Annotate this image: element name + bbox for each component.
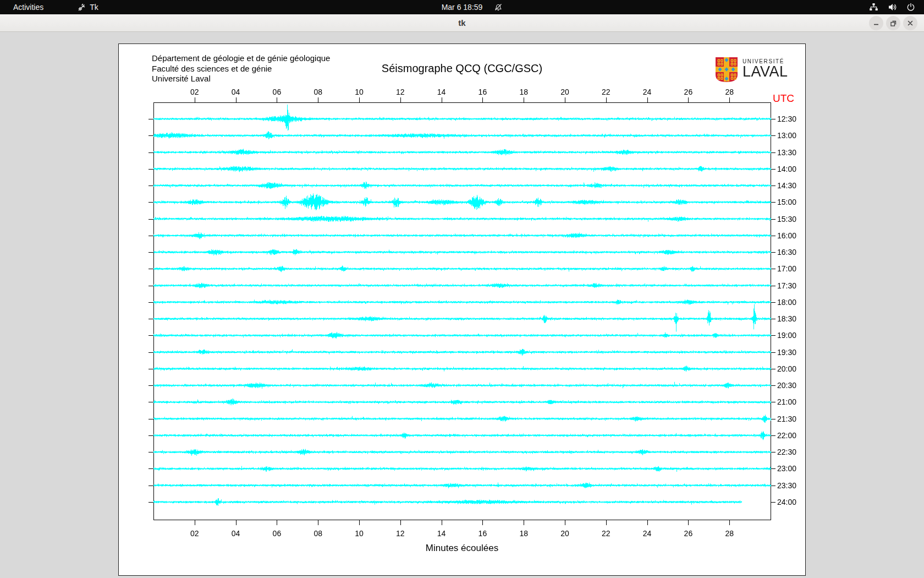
- bell-crossed-icon: [494, 3, 503, 12]
- logo-laval: LAVAL: [743, 64, 788, 79]
- x-tick-label: 22: [602, 88, 610, 96]
- utc-row-label: 13:00: [777, 131, 796, 140]
- utc-row-label: 20:00: [777, 364, 796, 373]
- utc-row-label: 14:30: [777, 181, 796, 190]
- close-button[interactable]: [903, 16, 917, 30]
- app-indicator-tk[interactable]: Tk: [78, 3, 98, 12]
- x-tick-label: 20: [560, 88, 569, 96]
- x-tick-label: 26: [684, 88, 693, 96]
- utc-row-label: 24:00: [777, 498, 796, 506]
- maximize-icon: [890, 20, 897, 27]
- x-axis-label: Minutes écoulées: [426, 543, 498, 554]
- x-tick-label: 24: [643, 529, 652, 538]
- x-tick-label: 04: [232, 529, 240, 538]
- wired-network-icon: [869, 3, 878, 12]
- x-tick-label: 16: [479, 88, 487, 96]
- x-tick-label: 18: [519, 529, 528, 538]
- tk-window-content: Département de géologie et de génie géol…: [0, 32, 924, 578]
- x-tick-label: 04: [232, 88, 240, 96]
- window-titlebar[interactable]: tk: [0, 14, 924, 32]
- utc-row-label: 21:00: [777, 397, 796, 406]
- close-icon: [907, 20, 914, 26]
- utc-axis-label: UTC: [773, 92, 794, 105]
- power-icon: [906, 3, 915, 12]
- org-line-1: Département de géologie et de génie géol…: [152, 53, 330, 64]
- x-tick-label: 20: [560, 529, 569, 538]
- app-indicator-label: Tk: [90, 3, 98, 12]
- utc-row-label: 16:00: [777, 231, 796, 240]
- utc-row-label: 18:30: [777, 314, 796, 323]
- x-tick-label: 14: [437, 88, 446, 96]
- x-tick-label: 22: [602, 529, 610, 538]
- x-tick-label: 12: [396, 529, 405, 538]
- gnome-top-bar: Activities Tk Mar 6 18:59: [0, 0, 924, 14]
- utc-row-label: 23:30: [777, 481, 796, 490]
- x-tick-label: 06: [273, 529, 282, 538]
- org-line-2: Faculté des sciences et de génie: [152, 64, 330, 74]
- activities-button[interactable]: Activities: [8, 2, 49, 13]
- x-tick-label: 28: [725, 88, 734, 96]
- x-tick-label: 08: [314, 529, 322, 538]
- utc-row-label: 17:00: [777, 264, 796, 273]
- x-tick-label: 18: [519, 88, 528, 96]
- x-tick-label: 02: [190, 529, 199, 538]
- x-tick-label: 08: [314, 88, 322, 96]
- utc-row-label: 19:30: [777, 348, 796, 357]
- laval-shield-icon: [715, 57, 738, 85]
- x-tick-label: 10: [355, 88, 364, 96]
- window-title: tk: [0, 14, 924, 32]
- utc-row-label: 22:30: [777, 448, 796, 456]
- utc-row-label: 16:30: [777, 248, 796, 257]
- laval-logo: UNIVERSITÉ LAVAL: [715, 57, 788, 85]
- system-status-area[interactable]: [869, 0, 915, 14]
- clock[interactable]: Mar 6 18:59: [442, 0, 483, 14]
- utc-row-label: 17:30: [777, 281, 796, 290]
- utc-row-label: 21:30: [777, 415, 796, 423]
- utc-row-label: 12:30: [777, 114, 796, 123]
- seismograph-canvas-widget: Département de géologie et de génie géol…: [118, 43, 806, 576]
- x-tick-label: 28: [725, 529, 734, 538]
- utc-row-label: 18:00: [777, 298, 796, 307]
- x-tick-label: 24: [643, 88, 652, 96]
- minimize-button[interactable]: [869, 16, 883, 30]
- utc-row-label: 20:30: [777, 381, 796, 390]
- maximize-button[interactable]: [886, 16, 900, 30]
- org-line-3: Université Laval: [152, 74, 330, 84]
- utc-row-label: 22:00: [777, 431, 796, 440]
- utc-row-label: 15:30: [777, 215, 796, 223]
- plot-title: Séismographe QCQ (CGC/GSC): [382, 62, 542, 75]
- x-tick-label: 14: [437, 529, 446, 538]
- x-tick-label: 26: [684, 529, 693, 538]
- x-tick-label: 02: [190, 88, 199, 96]
- organization-text: Département de géologie et de génie géol…: [152, 53, 330, 84]
- utc-row-label: 13:30: [777, 148, 796, 157]
- x-tick-label: 12: [396, 88, 405, 96]
- utc-row-label: 14:00: [777, 165, 796, 173]
- x-tick-label: 16: [479, 529, 487, 538]
- tk-feather-icon: [78, 3, 86, 12]
- utc-row-label: 23:00: [777, 464, 796, 473]
- utc-row-label: 19:00: [777, 331, 796, 340]
- utc-row-label: 15:00: [777, 198, 796, 206]
- seismogram-canvas: [119, 44, 805, 575]
- x-tick-label: 06: [273, 88, 282, 96]
- x-tick-label: 10: [355, 529, 364, 538]
- minimize-icon: [873, 20, 879, 26]
- laval-logo-text: UNIVERSITÉ LAVAL: [743, 57, 788, 79]
- speaker-icon: [888, 3, 897, 12]
